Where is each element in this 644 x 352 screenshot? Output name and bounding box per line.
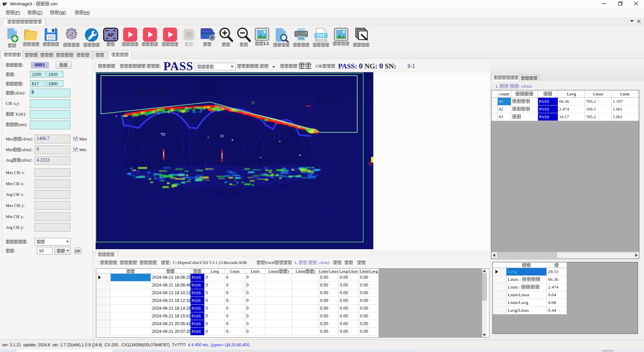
svg-text:AF: AF	[107, 32, 114, 38]
svg-text:TXT: TXT	[317, 34, 325, 38]
